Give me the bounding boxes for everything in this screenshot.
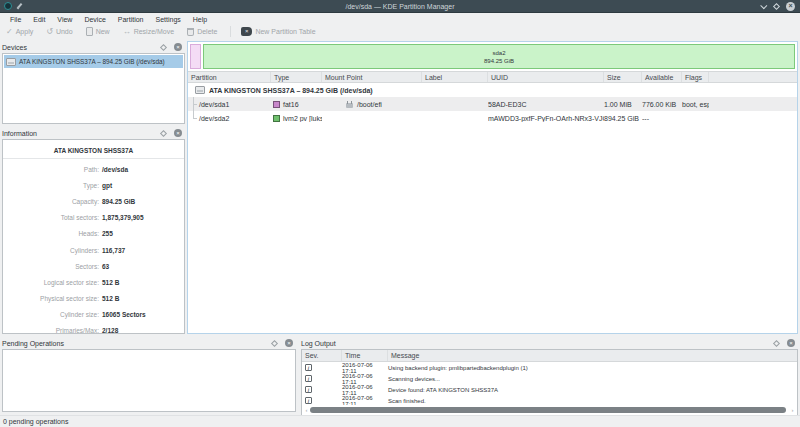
information-float-icon[interactable] [160, 129, 167, 136]
log-output-panel: Log Output × Sev. Time Message i 2016-07… [301, 337, 798, 416]
lvm2-color-swatch [273, 115, 280, 122]
menu-partition[interactable]: Partition [112, 16, 150, 23]
devices-float-icon[interactable] [160, 43, 167, 50]
partition-block-sda2[interactable]: sda2 894.25 GiB [203, 44, 795, 69]
menu-edit[interactable]: Edit [27, 16, 51, 23]
tree-branch-end-icon [191, 111, 199, 125]
pending-operations-title: Pending Operations [2, 340, 272, 347]
column-header-label[interactable]: Label [422, 72, 488, 82]
maximize-icon[interactable] [773, 2, 780, 9]
scrollbar-track[interactable] [310, 407, 789, 413]
undo-button[interactable]: Undo [46, 28, 72, 36]
devices-panel-title: Devices [2, 44, 161, 51]
menu-settings[interactable]: Settings [149, 16, 186, 23]
new-label: New [96, 28, 110, 35]
pending-float-icon[interactable] [271, 339, 278, 346]
log-float-icon[interactable] [773, 339, 780, 346]
log-output-title: Log Output [301, 340, 774, 347]
scroll-right-icon[interactable]: › [789, 407, 796, 413]
log-row[interactable]: i 2016-07-06 17:11 Using backend plugin:… [302, 362, 797, 373]
new-partition-table-icon: × [241, 27, 252, 36]
partition-block-name: sda2 [492, 49, 505, 57]
resize-move-button[interactable]: Resize/Move [123, 28, 174, 36]
log-horizontal-scrollbar[interactable]: ‹ › [303, 405, 796, 414]
log-table-header: Sev. Time Message [302, 350, 797, 362]
toolbar-separator [230, 26, 231, 37]
device-row-label: ATA KINGSTON SHSS37A – 894.25 GiB (/dev/… [209, 87, 373, 94]
undo-label: Undo [56, 28, 73, 35]
titlebar: /dev/sda — KDE Partition Manager × [0, 0, 800, 13]
resize-move-label: Resize/Move [134, 28, 174, 35]
new-partition-table-label: New Partition Table [255, 28, 315, 35]
device-item-label: ATA KINGSTON SHSS37A – 894.25 GiB (/dev/… [19, 58, 165, 65]
partition-block-sda1[interactable] [190, 44, 201, 69]
column-header-uuid[interactable]: UUID [488, 72, 604, 82]
info-row-total-sectors: Total sectors: 1,875,379,905 [3, 210, 184, 226]
delete-button[interactable]: Delete [187, 28, 217, 36]
devices-close-icon[interactable]: × [174, 43, 182, 51]
information-close-icon[interactable]: × [174, 129, 182, 137]
menu-file[interactable]: File [4, 16, 27, 23]
info-row-heads: Heads: 255 [3, 226, 184, 242]
log-column-message[interactable]: Message [388, 350, 797, 361]
info-row-cylinders: Cylinders: 116,737 [3, 242, 184, 258]
device-list-item[interactable]: ATA KINGSTON SHSS37A – 894.25 GiB (/dev/… [4, 55, 183, 68]
menu-help[interactable]: Help [187, 16, 213, 23]
scroll-left-icon[interactable]: ‹ [303, 407, 310, 413]
info-severity-icon: i [305, 386, 312, 393]
statusbar-text: 0 pending operations [3, 418, 68, 425]
log-message: Scan finished. [388, 398, 797, 404]
column-header-partition[interactable]: Partition [188, 72, 271, 82]
cell-available: 776.00 KiB [642, 101, 682, 108]
tree-branch-icon [191, 97, 199, 111]
information-panel-title: Information [2, 130, 161, 137]
pending-operations-panel: Pending Operations × [2, 337, 296, 412]
new-partition-table-button[interactable]: × New Partition Table [241, 27, 315, 36]
fat16-color-swatch [273, 101, 280, 108]
window-title: /dev/sda — KDE Partition Manager [0, 3, 800, 10]
info-row-sectors: Sectors: 63 [3, 258, 184, 274]
info-severity-icon: i [305, 364, 312, 371]
close-icon[interactable]: × [786, 2, 795, 11]
minimize-icon[interactable] [760, 2, 767, 9]
menu-device[interactable]: Device [78, 16, 111, 23]
column-header-type[interactable]: Type [271, 72, 322, 82]
log-row[interactable]: i 2016-07-06 17:11 Device found: ATA KIN… [302, 384, 797, 395]
hard-drive-icon [6, 58, 16, 66]
new-button[interactable]: New [86, 27, 110, 36]
log-column-severity[interactable]: Sev. [302, 350, 342, 361]
kde-partition-manager-window: /dev/sda — KDE Partition Manager × File … [0, 0, 800, 427]
pending-close-icon[interactable]: × [285, 339, 293, 347]
apply-button[interactable]: Apply [6, 28, 33, 36]
delete-label: Delete [197, 28, 217, 35]
log-message: Device found: ATA KINGSTON SHSS37A [388, 387, 797, 393]
toolbar: Apply Undo New Resize/Move Delete × New … [0, 24, 800, 39]
delete-trash-icon [187, 28, 194, 36]
resize-move-icon [123, 28, 131, 36]
log-close-icon[interactable]: × [787, 339, 795, 347]
column-header-flags[interactable]: Flags [682, 72, 709, 82]
partition-view: sda2 894.25 GiB Partition Type Mount Poi… [187, 41, 798, 334]
column-header-mountpoint[interactable]: Mount Point [322, 72, 422, 82]
pin-icon[interactable] [16, 3, 23, 10]
log-column-time[interactable]: Time [342, 350, 388, 361]
table-row-sda2[interactable]: /dev/sda2 lvm2 pv [luks] mAWDD3-pxfF-PyF… [188, 111, 797, 125]
scrollbar-thumb[interactable] [310, 407, 786, 413]
column-header-size[interactable]: Size [604, 72, 642, 82]
log-row[interactable]: i 2016-07-06 17:11 Scanning devices... [302, 373, 797, 384]
cell-flags: boot, esp [682, 101, 709, 108]
table-row-device[interactable]: ATA KINGSTON SHSS37A – 894.25 GiB (/dev/… [188, 83, 797, 97]
info-row-physical-sector-size: Physical sector size: 512 B [3, 291, 184, 307]
menu-view[interactable]: View [51, 16, 78, 23]
info-severity-icon: i [305, 397, 312, 404]
table-row-sda1[interactable]: /dev/sda1 fat16 /boot/efi 58AD-ED3C 1.00… [188, 97, 797, 111]
cell-partition: /dev/sda2 [199, 115, 229, 122]
cell-uuid: 58AD-ED3C [488, 101, 604, 108]
apply-check-icon [6, 28, 13, 36]
information-panel: Information × ATA KINGSTON SHSS37A Path:… [2, 127, 185, 334]
log-message: Using backend plugin: pmlibpartedbackend… [388, 365, 797, 371]
info-severity-icon: i [305, 375, 312, 382]
cell-mount-point: /boot/efi [357, 101, 382, 108]
column-header-available[interactable]: Available [642, 72, 682, 82]
partition-table-header: Partition Type Mount Point Label UUID Si… [188, 71, 797, 83]
